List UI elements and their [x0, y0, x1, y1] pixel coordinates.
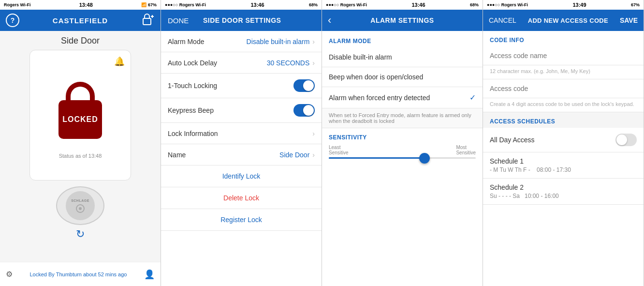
done-button[interactable]: DONE — [168, 16, 189, 25]
schedule-2-row[interactable]: Schedule 2 Su - - - - Sa 10:00 - 16:00 — [483, 179, 644, 205]
access-code-row[interactable] — [483, 79, 644, 98]
time-4: 13:49 — [572, 2, 586, 8]
keypress-beep-label: Keypress Beep — [168, 106, 293, 114]
alarm-option-beep[interactable]: Beep when door is open/closed — [322, 67, 483, 87]
status-bar-2: ●●●○○ Rogers Wi-Fi 13:46 68% — [161, 0, 322, 10]
schlage-keypad[interactable]: SCHLAGE — [56, 186, 104, 225]
save-button[interactable]: SAVE — [620, 16, 638, 24]
settings-gear-icon[interactable]: ⚙ — [6, 270, 13, 279]
refresh-icon[interactable]: ↻ — [76, 228, 85, 240]
code-settings-list: CODE INFO 12 character max. (e.g. John, … — [483, 31, 644, 286]
alarm-option-disable[interactable]: Disable built-in alarm — [322, 47, 483, 67]
keypress-beep-row[interactable]: Keypress Beep — [161, 98, 322, 123]
battery-3: 68% — [470, 2, 479, 7]
carrier-3: ●●●○○ Rogers Wi-Fi — [326, 2, 367, 7]
identify-lock-row[interactable]: Identify Lock — [161, 166, 322, 187]
back-button[interactable]: ‹ — [328, 14, 331, 27]
panel4-header: CANCEL ADD NEW ACCESS CODE SAVE — [483, 10, 644, 31]
lock-info-chevron-icon: › — [312, 130, 315, 137]
auto-lock-chevron-icon: › — [312, 59, 315, 67]
schedule-2-detail: Su - - - - Sa 10:00 - 16:00 — [490, 193, 637, 199]
status-right-1: 📶 67% — [141, 2, 157, 7]
least-sensitive-label: LeastSensitive — [329, 145, 349, 155]
panel-side-door-settings: ●●●○○ Rogers Wi-Fi 13:46 68% DONE SIDE D… — [161, 0, 322, 286]
panel2-header: DONE SIDE DOOR SETTINGS — [161, 10, 322, 31]
name-value: Side Door — [279, 151, 309, 159]
sensitivity-title: SENSITIVITY — [329, 134, 476, 141]
register-lock-row[interactable]: Register Lock — [161, 209, 322, 231]
register-lock-button[interactable]: Register Lock — [220, 216, 262, 224]
one-touch-label: 1-Touch Locking — [168, 82, 293, 90]
carrier-4: ●●●○○ Rogers Wi-Fi — [487, 2, 528, 7]
alarm-note: When set to Forced Entry mode, alarm fea… — [322, 108, 483, 128]
bell-icon: 🔔 — [114, 56, 125, 67]
name-row[interactable]: Name Side Door › — [161, 144, 322, 166]
footer-status-text: Locked By Thumbturn about 52 mins ago — [15, 271, 141, 277]
lock-information-label: Lock Information — [168, 130, 312, 137]
status-bar-4: ●●●○○ Rogers Wi-Fi 13:49 67% — [483, 0, 644, 10]
code-info-section-title: CODE INFO — [483, 31, 644, 46]
add-lock-button[interactable] — [141, 13, 155, 29]
one-touch-toggle[interactable] — [293, 79, 315, 92]
battery-1: 67% — [148, 2, 157, 7]
locked-text: LOCKED — [62, 115, 98, 124]
name-label: Name — [168, 151, 279, 159]
panel1-header: ? CASTLEFIELD — [0, 10, 161, 31]
schedule-1-row[interactable]: Schedule 1 - M Tu W Th F - 08:00 - 17:30 — [483, 152, 644, 179]
alarm-settings-title: ALARM SETTINGS — [370, 16, 434, 24]
status-bar-3: ●●●○○ Rogers Wi-Fi 13:46 68% — [322, 0, 483, 10]
lock-card[interactable]: 🔔 LOCKED Status as of 13:48 — [29, 50, 131, 181]
refresh-area: ↻ — [76, 228, 85, 241]
carrier-1: Rogers Wi-Fi — [4, 2, 30, 7]
alarm-settings-list: ALARM MODE Disable built-in alarm Beep w… — [322, 31, 483, 286]
battery-4: 67% — [631, 2, 640, 7]
status-left-1: Rogers Wi-Fi — [4, 2, 30, 7]
lock-information-row[interactable]: Lock Information › — [161, 123, 322, 144]
settings-title: SIDE DOOR SETTINGS — [203, 16, 281, 24]
time-3: 13:46 — [411, 2, 425, 8]
add-lock-icon — [141, 13, 155, 26]
panel1-content: Side Door 🔔 LOCKED Status as of 13:48 SC… — [0, 31, 161, 262]
slider-labels: LeastSensitive MostSensitive — [329, 145, 476, 155]
all-day-label: All Day Access — [490, 136, 615, 144]
access-code-input[interactable] — [490, 85, 637, 92]
door-title: Side Door — [61, 36, 100, 46]
keypress-beep-toggle[interactable] — [293, 104, 315, 117]
status-bar-1: Rogers Wi-Fi 13:48 📶 67% — [0, 0, 161, 10]
castlefield-title: CASTLEFIELD — [53, 16, 108, 25]
all-day-toggle[interactable] — [615, 134, 637, 146]
delete-lock-button[interactable]: Delete Lock — [223, 194, 259, 202]
alarm-mode-section-title: ALARM MODE — [322, 31, 483, 47]
slider-thumb[interactable] — [419, 153, 430, 164]
add-code-title: ADD NEW ACCESS CODE — [528, 17, 608, 24]
cancel-button[interactable]: CANCEL — [489, 16, 516, 24]
alarm-beep-label: Beep when door is open/closed — [329, 73, 423, 81]
delete-lock-row[interactable]: Delete Lock — [161, 187, 322, 209]
char-hint: 12 character max. (e.g. John, Me, My Key… — [483, 65, 644, 79]
auto-lock-delay-row[interactable]: Auto Lock Delay 30 SECONDS › — [161, 52, 322, 74]
people-icon[interactable]: 👤 — [144, 269, 155, 280]
schedule-1-name: Schedule 1 — [490, 157, 637, 165]
forced-entry-checkmark-icon: ✓ — [469, 93, 476, 102]
alarm-disable-label: Disable built-in alarm — [329, 53, 392, 61]
access-code-name-row[interactable] — [483, 46, 644, 65]
sensitivity-slider-track[interactable] — [329, 157, 476, 159]
access-schedules-section-title: ACCESS SCHEDULES — [483, 112, 644, 128]
schedule-2-name: Schedule 2 — [490, 183, 637, 191]
settings-list: Alarm Mode Disable built-in alarm › Auto… — [161, 31, 322, 286]
alarm-mode-label: Alarm Mode — [168, 38, 247, 45]
lock-icon-container: LOCKED — [46, 72, 114, 149]
lock-shackle — [66, 82, 95, 101]
auto-lock-label: Auto Lock Delay — [168, 59, 267, 67]
most-sensitive-label: MostSensitive — [456, 145, 476, 155]
time-1: 13:48 — [79, 2, 93, 8]
one-touch-locking-row[interactable]: 1-Touch Locking — [161, 74, 322, 98]
alarm-option-forced[interactable]: Alarm when forced entry detected ✓ — [322, 87, 483, 108]
all-day-access-row[interactable]: All Day Access — [483, 128, 644, 152]
name-chevron-icon: › — [312, 151, 315, 159]
access-code-name-input[interactable] — [490, 52, 637, 60]
alarm-mode-row[interactable]: Alarm Mode Disable built-in alarm › — [161, 31, 322, 52]
identify-lock-button[interactable]: Identify Lock — [222, 172, 261, 180]
schlage-label: SCHLAGE — [71, 199, 89, 202]
help-button[interactable]: ? — [6, 14, 19, 27]
